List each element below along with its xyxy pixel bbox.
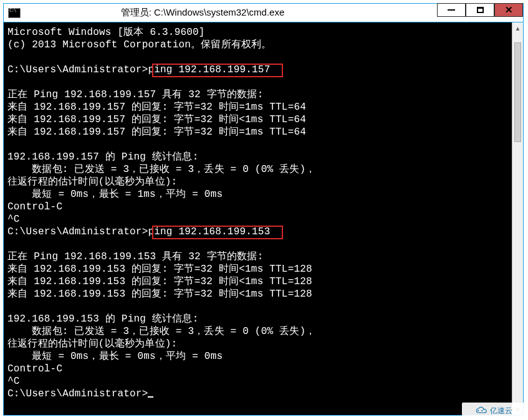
line: 来自 192.168.199.153 的回复: 字节=32 时间<1ms TTL… xyxy=(7,276,312,287)
line: 往返行程的估计时间(以毫秒为单位): xyxy=(7,338,177,350)
vertical-scrollbar[interactable]: ▲ ▼ xyxy=(512,22,523,415)
window-controls: ✕ xyxy=(437,4,523,22)
line: 来自 192.168.199.153 的回复: 字节=32 时间<1ms TTL… xyxy=(7,264,312,275)
line: 192.168.199.153 的 Ping 统计信息: xyxy=(7,313,198,325)
line: 正在 Ping 192.168.199.157 具有 32 字节的数据: xyxy=(7,89,263,100)
cmd-system-icon[interactable] xyxy=(8,8,21,18)
svg-point-0 xyxy=(478,410,479,411)
close-button[interactable]: ✕ xyxy=(494,3,523,17)
line: 最短 = 0ms，最长 = 0ms，平均 = 0ms xyxy=(7,351,223,362)
line: ^C xyxy=(7,214,20,225)
window-title: 管理员: C:\Windows\system32\cmd.exe xyxy=(0,7,437,19)
line: 来自 192.168.199.157 的回复: 字节=32 时间=1ms TTL… xyxy=(7,102,306,113)
line: 往返行程的估计时间(以毫秒为单位): xyxy=(7,176,177,188)
line: Control-C xyxy=(7,201,62,212)
prompt-line: C:\Users\Administrator> xyxy=(7,388,148,399)
line: 最短 = 0ms，最长 = 1ms，平均 = 0ms xyxy=(7,189,223,200)
line: C:\Users\Administrator>ping 192.168.199.… xyxy=(7,64,270,75)
minimize-button[interactable] xyxy=(437,3,466,17)
line: 正在 Ping 192.168.199.153 具有 32 字节的数据: xyxy=(7,251,263,262)
line: 192.168.199.157 的 Ping 统计信息: xyxy=(7,151,198,163)
line: 来自 192.168.199.157 的回复: 字节=32 时间<1ms TTL… xyxy=(7,114,306,125)
line: Microsoft Windows [版本 6.3.9600] xyxy=(7,27,205,38)
line: 数据包: 已发送 = 3，已接收 = 3，丢失 = 0 (0% 丢失)， xyxy=(7,326,315,337)
maximize-button[interactable] xyxy=(466,3,494,17)
watermark-badge: 亿速云 xyxy=(462,403,524,419)
cursor xyxy=(148,396,153,398)
client-area: Microsoft Windows [版本 6.3.9600] (c) 2013… xyxy=(4,22,523,415)
scroll-thumb[interactable] xyxy=(514,42,521,142)
watermark-text: 亿速云 xyxy=(490,406,512,416)
terminal-output[interactable]: Microsoft Windows [版本 6.3.9600] (c) 2013… xyxy=(4,22,512,415)
line: 来自 192.168.199.157 的回复: 字节=32 时间=1ms TTL… xyxy=(7,126,306,138)
line: 数据包: 已发送 = 3，已接收 = 3，丢失 = 0 (0% 丢失)， xyxy=(7,164,315,175)
svg-point-1 xyxy=(481,410,482,411)
cloud-icon xyxy=(474,406,487,415)
scroll-up-arrow-icon[interactable]: ▲ xyxy=(512,22,523,34)
line: 来自 192.168.199.153 的回复: 字节=32 时间<1ms TTL… xyxy=(7,289,312,300)
line: ^C xyxy=(7,376,20,387)
line: Control-C xyxy=(7,363,62,375)
line: C:\Users\Administrator>ping 192.168.199.… xyxy=(7,226,270,237)
cmd-window: 管理员: C:\Windows\system32\cmd.exe ✕ Micro… xyxy=(3,3,524,416)
title-bar[interactable]: 管理员: C:\Windows\system32\cmd.exe ✕ xyxy=(4,4,523,22)
line: (c) 2013 Microsoft Corporation。保留所有权利。 xyxy=(7,39,272,50)
